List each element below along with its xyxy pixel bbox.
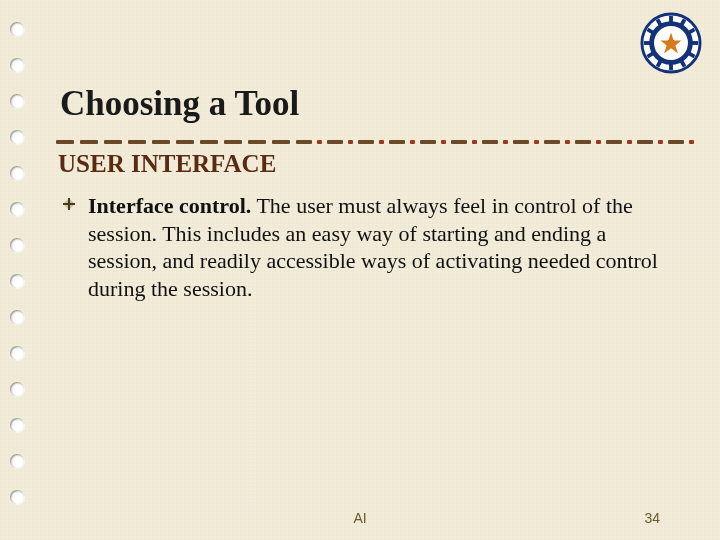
svg-rect-18 [63, 198, 74, 209]
slide-title: Choosing a Tool [60, 84, 299, 124]
page-number: 34 [644, 510, 660, 526]
section-heading: USER INTERFACE [58, 150, 276, 178]
bullet-icon [62, 197, 76, 211]
footer-label: AI [0, 510, 720, 526]
bullet-lead: Interface control. [88, 193, 251, 218]
bullet-item: Interface control. The user must always … [88, 192, 680, 302]
institution-logo [640, 12, 702, 74]
title-divider [56, 140, 696, 144]
spiral-binding [6, 0, 28, 540]
